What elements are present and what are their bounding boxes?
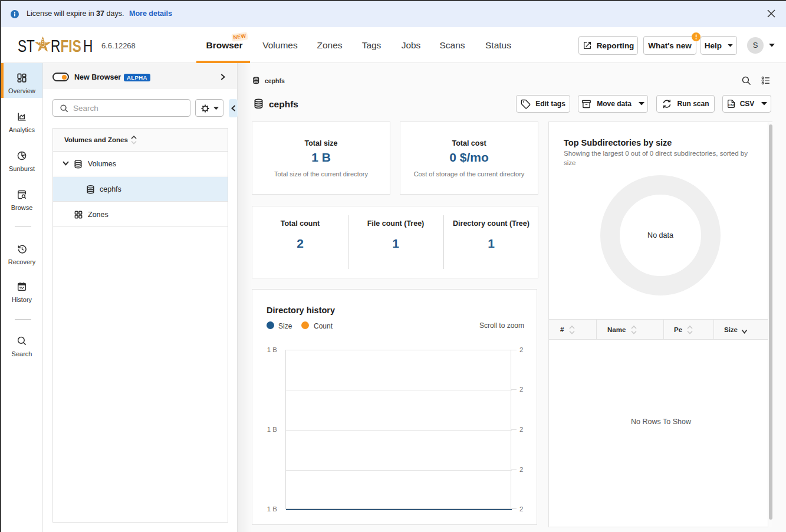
svg-text:R: R: [51, 37, 60, 56]
svg-text:CSV: CSV: [728, 103, 735, 107]
svg-text:FIS: FIS: [61, 37, 81, 56]
svg-text:H: H: [83, 37, 93, 56]
svg-text:ST: ST: [18, 37, 35, 56]
